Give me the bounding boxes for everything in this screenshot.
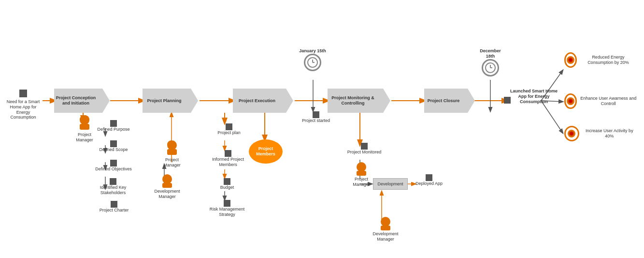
enhance-user-dot <box>569 100 572 103</box>
started-label: Project started <box>302 118 330 123</box>
started-icon <box>313 111 319 118</box>
development-node: Development <box>371 178 410 190</box>
december-label: December 18th <box>476 48 505 59</box>
dev-manager-2-node: Development Manager <box>368 217 403 242</box>
planning-shape: Project Planning <box>143 89 191 113</box>
conception-shape: Project Conception and Initiation <box>54 89 102 113</box>
reduced-energy-label: Reduced Energy Consumption by 20% <box>580 55 637 65</box>
monitoring-shape: Project Monitoring & Controlling <box>328 89 383 113</box>
monitoring-label: Project Monitoring & Controlling <box>328 95 378 106</box>
start-node: Need for a Smart Home App for Energy Con… <box>4 90 43 120</box>
closure-shape: Project Closure <box>424 89 468 113</box>
svg-point-39 <box>381 217 390 227</box>
reduced-energy-node: Reduced Energy Consumption by 20% <box>564 52 637 68</box>
svg-line-8 <box>541 101 563 133</box>
execution-node: Project Execution <box>233 89 286 113</box>
pm2-node: Project Manager <box>157 140 186 168</box>
closure-node: Project Closure <box>424 89 468 113</box>
project-monitored-node: Project Monitored <box>347 143 382 155</box>
informed-label: Informed Project Members <box>209 157 247 167</box>
pm2-icon <box>165 140 179 157</box>
planning-node: Project Planning <box>143 89 191 113</box>
started-node: Project started <box>301 111 330 123</box>
informed-node: Informed Project Members <box>209 150 247 167</box>
reduced-energy-inner <box>567 56 574 64</box>
enhance-user-node: Enhance User Awarness and Controll <box>564 93 637 109</box>
informed-icon <box>225 150 231 157</box>
pm1-icon <box>77 115 92 132</box>
identified-stakeholders-icon <box>110 178 116 185</box>
development-shape: Development <box>373 178 407 190</box>
enhance-user-inner <box>567 97 574 105</box>
project-plan-label: Project plan <box>217 130 241 136</box>
risk-icon <box>224 200 230 207</box>
planning-label: Project Planning <box>147 98 181 104</box>
project-plan-node: Project plan <box>212 123 246 136</box>
svg-point-32 <box>162 174 172 184</box>
december-clock-icon <box>485 62 496 74</box>
project-charter-label: Project Charter <box>100 208 129 213</box>
monitoring-node: Project Monitoring & Controlling <box>328 89 383 113</box>
increase-user-inner <box>568 130 575 137</box>
pm2-label: Project Manager <box>157 157 186 168</box>
start-label: Need for a Smart Home App for Energy Con… <box>4 99 43 120</box>
budget-icon <box>224 178 230 185</box>
svg-rect-38 <box>357 171 366 176</box>
defined-objectives-node: Defined Objectives <box>94 160 133 172</box>
project-charter-node: Project Charter <box>97 201 131 213</box>
svg-point-37 <box>357 162 366 172</box>
defined-purpose-icon <box>110 120 117 127</box>
budget-node: Budget <box>213 178 242 190</box>
development-label: Development <box>377 182 403 186</box>
dev-manager-2-icon <box>378 217 393 231</box>
project-charter-icon <box>111 201 117 208</box>
defined-purpose-label: Defined Purpose <box>97 127 129 132</box>
conception-label: Project Conception and Initiation <box>54 95 98 106</box>
defined-objectives-icon <box>110 160 117 167</box>
defined-scope-label: Defined Scope <box>99 147 128 152</box>
january-label: January 15th <box>299 48 326 54</box>
project-plan-icon <box>226 123 232 130</box>
identified-stakeholders-label: Identified Key Stakeholders <box>93 185 133 196</box>
dev-manager-1-label: Development Manager <box>150 189 185 199</box>
deployed-app-icon <box>426 174 432 181</box>
deployed-app-node: Deployed App <box>412 174 446 186</box>
enhance-user-bullseye <box>564 93 577 109</box>
december-clock <box>482 59 499 76</box>
svg-rect-31 <box>167 149 177 155</box>
risk-label: Risk Management Strategy <box>207 207 247 217</box>
launched-label: Launched Smart Home App for Energy Consu… <box>510 89 558 104</box>
start-icon <box>19 90 27 97</box>
enhance-user-label: Enhance User Awarness and Controll <box>580 96 637 106</box>
project-members-label: Project Members <box>249 146 283 157</box>
identified-stakeholders-node: Identified Key Stakeholders <box>93 178 133 196</box>
execution-label: Project Execution <box>239 98 275 104</box>
increase-user-dot <box>570 132 573 135</box>
defined-objectives-label: Defined Objectives <box>95 167 132 172</box>
defined-scope-node: Defined Scope <box>94 140 133 152</box>
defined-purpose-node: Defined Purpose <box>94 120 133 132</box>
project-monitored-icon <box>361 143 368 150</box>
deployed-app-label: Deployed App <box>415 181 443 186</box>
defined-scope-icon <box>110 140 117 147</box>
project-monitored-label: Project Monitored <box>347 150 382 155</box>
project-members-shape: Project Members <box>249 139 283 164</box>
dev-manager-1-icon <box>160 174 174 189</box>
pm3-icon <box>354 162 369 177</box>
svg-rect-29 <box>80 124 89 130</box>
increase-user-bullseye <box>564 126 579 141</box>
diagram-canvas: Need for a Smart Home App for Energy Con… <box>0 0 644 258</box>
dev-manager-2-label: Development Manager <box>368 231 403 242</box>
launched-node: Launched Smart Home App for Energy Consu… <box>510 89 558 104</box>
execution-shape: Project Execution <box>233 89 286 113</box>
svg-rect-40 <box>381 226 390 230</box>
budget-label: Budget <box>220 185 234 190</box>
clock-icon <box>307 57 318 68</box>
increase-user-node: Increase User Activity by 40% <box>564 126 637 141</box>
closure-label: Project Closure <box>428 98 460 104</box>
svg-rect-33 <box>162 183 172 188</box>
risk-node: Risk Management Strategy <box>207 200 247 217</box>
project-members-node: Project Members <box>246 139 285 164</box>
conception-node: Project Conception and Initiation <box>54 89 102 113</box>
reduced-energy-dot <box>569 59 572 61</box>
